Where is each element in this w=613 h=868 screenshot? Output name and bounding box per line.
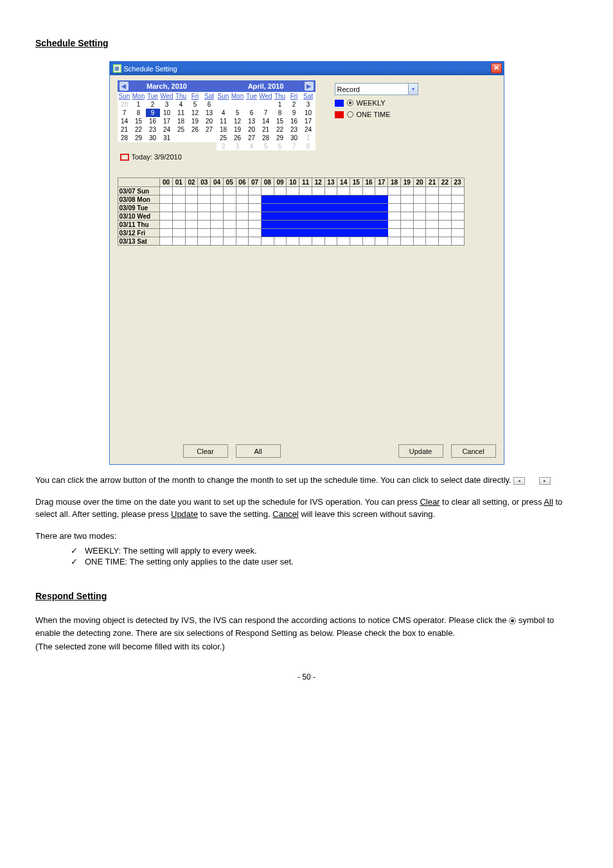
schedule-cell[interactable] bbox=[337, 195, 350, 204]
onetime-radio[interactable] bbox=[347, 111, 353, 118]
calendar-day[interactable]: 18 bbox=[174, 117, 188, 125]
schedule-cell[interactable] bbox=[236, 229, 249, 237]
schedule-cell[interactable] bbox=[375, 237, 388, 246]
calendar-day[interactable]: 4 bbox=[217, 109, 231, 117]
schedule-cell[interactable] bbox=[223, 229, 236, 237]
calendar-day[interactable]: 3 bbox=[160, 100, 174, 109]
schedule-cell[interactable] bbox=[172, 204, 185, 212]
calendar-day[interactable]: 7 bbox=[118, 109, 132, 117]
calendar-day[interactable]: 25 bbox=[217, 134, 231, 142]
schedule-cell[interactable] bbox=[185, 212, 198, 221]
cancel-button[interactable]: Cancel bbox=[451, 444, 496, 458]
schedule-cell[interactable] bbox=[426, 212, 439, 221]
schedule-cell[interactable] bbox=[236, 237, 249, 246]
schedule-cell[interactable] bbox=[375, 204, 388, 212]
schedule-cell[interactable] bbox=[375, 195, 388, 204]
schedule-cell[interactable] bbox=[337, 229, 350, 237]
schedule-cell[interactable] bbox=[312, 195, 324, 204]
schedule-cell[interactable] bbox=[388, 204, 401, 212]
schedule-cell[interactable] bbox=[211, 195, 224, 204]
next-month-icon[interactable]: ▶ bbox=[305, 82, 314, 91]
schedule-cell[interactable] bbox=[451, 229, 464, 237]
schedule-cell[interactable] bbox=[439, 212, 452, 221]
schedule-cell[interactable] bbox=[388, 221, 401, 229]
schedule-cell[interactable] bbox=[287, 221, 299, 229]
schedule-cell[interactable] bbox=[249, 212, 262, 221]
schedule-cell[interactable] bbox=[337, 212, 350, 221]
calendar-day[interactable]: 1 bbox=[132, 100, 146, 109]
schedule-cell[interactable] bbox=[160, 204, 173, 212]
clear-button[interactable]: Clear bbox=[183, 444, 228, 458]
schedule-cell[interactable] bbox=[350, 221, 363, 229]
schedule-cell[interactable] bbox=[198, 212, 211, 221]
calendar-day[interactable]: 22 bbox=[273, 125, 287, 134]
schedule-cell[interactable] bbox=[261, 212, 274, 221]
calendar-day[interactable]: 20 bbox=[245, 125, 259, 134]
schedule-cell[interactable] bbox=[451, 237, 464, 246]
schedule-cell[interactable] bbox=[324, 221, 337, 229]
schedule-cell[interactable] bbox=[439, 195, 452, 204]
calendar-day[interactable]: 5 bbox=[188, 100, 202, 109]
calendar-day[interactable]: 29 bbox=[273, 134, 287, 142]
schedule-cell[interactable] bbox=[236, 204, 249, 212]
schedule-cell[interactable] bbox=[439, 237, 452, 246]
calendar-day[interactable]: 6 bbox=[202, 100, 217, 109]
calendar-day[interactable]: 12 bbox=[231, 117, 245, 125]
calendar-day[interactable]: 26 bbox=[188, 125, 202, 134]
schedule-cell[interactable] bbox=[211, 229, 224, 237]
calendar-day[interactable]: 28 bbox=[118, 134, 132, 142]
calendar-day[interactable]: 2 bbox=[287, 100, 301, 109]
schedule-cell[interactable] bbox=[185, 229, 198, 237]
schedule-cell[interactable] bbox=[223, 204, 236, 212]
schedule-cell[interactable] bbox=[388, 195, 401, 204]
calendar-day[interactable]: 30 bbox=[146, 134, 160, 142]
all-button[interactable]: All bbox=[236, 444, 281, 458]
schedule-cell[interactable] bbox=[388, 229, 401, 237]
schedule-cell[interactable] bbox=[400, 221, 413, 229]
calendar-day[interactable]: 17 bbox=[160, 117, 174, 125]
schedule-cell[interactable] bbox=[249, 195, 262, 204]
schedule-cell[interactable] bbox=[413, 204, 426, 212]
schedule-cell[interactable] bbox=[426, 221, 439, 229]
schedule-cell[interactable] bbox=[299, 229, 312, 237]
schedule-cell[interactable] bbox=[337, 237, 350, 246]
schedule-cell[interactable] bbox=[439, 229, 452, 237]
schedule-cell[interactable] bbox=[236, 212, 249, 221]
calendar-day[interactable]: 17 bbox=[301, 117, 315, 125]
schedule-cell[interactable] bbox=[337, 221, 350, 229]
calendar-day[interactable]: 25 bbox=[174, 125, 188, 134]
calendar-day[interactable]: 19 bbox=[188, 117, 202, 125]
schedule-cell[interactable] bbox=[350, 204, 363, 212]
schedule-cell[interactable] bbox=[451, 195, 464, 204]
schedule-cell[interactable] bbox=[299, 221, 312, 229]
schedule-cell[interactable] bbox=[185, 221, 198, 229]
schedule-cell[interactable] bbox=[223, 221, 236, 229]
schedule-cell[interactable] bbox=[400, 237, 413, 246]
calendar-day[interactable]: 13 bbox=[202, 109, 217, 117]
schedule-cell[interactable] bbox=[350, 212, 363, 221]
schedule-cell[interactable] bbox=[160, 187, 173, 195]
schedule-cell[interactable] bbox=[426, 195, 439, 204]
schedule-cell[interactable] bbox=[160, 229, 173, 237]
schedule-cell[interactable] bbox=[198, 229, 211, 237]
schedule-cell[interactable] bbox=[324, 212, 337, 221]
schedule-cell[interactable] bbox=[211, 212, 224, 221]
calendar-day[interactable]: 15 bbox=[132, 117, 146, 125]
calendar-day[interactable]: 30 bbox=[287, 134, 301, 142]
schedule-cell[interactable] bbox=[172, 229, 185, 237]
schedule-cell[interactable] bbox=[249, 229, 262, 237]
schedule-cell[interactable] bbox=[185, 187, 198, 195]
schedule-cell[interactable] bbox=[287, 187, 299, 195]
calendar-day[interactable]: 5 bbox=[231, 109, 245, 117]
schedule-cell[interactable] bbox=[185, 204, 198, 212]
today-indicator[interactable]: Today: 3/9/2010 bbox=[120, 153, 315, 161]
schedule-cell[interactable] bbox=[287, 229, 299, 237]
calendar-day[interactable]: 1 bbox=[273, 100, 287, 109]
schedule-cell[interactable] bbox=[249, 204, 262, 212]
schedule-cell[interactable] bbox=[236, 195, 249, 204]
schedule-cell[interactable] bbox=[299, 212, 312, 221]
schedule-cell[interactable] bbox=[287, 237, 299, 246]
calendar-day[interactable]: 11 bbox=[217, 117, 231, 125]
schedule-cell[interactable] bbox=[400, 229, 413, 237]
schedule-cell[interactable] bbox=[350, 187, 363, 195]
